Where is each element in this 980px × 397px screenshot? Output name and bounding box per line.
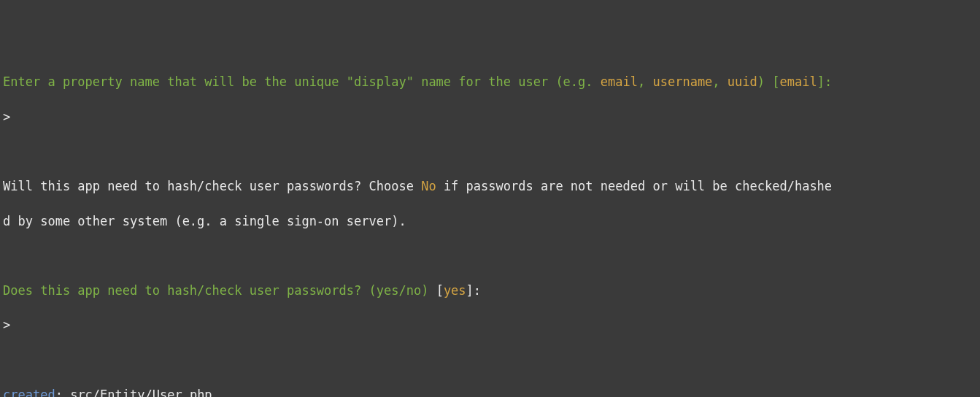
prompt-text: Enter a property name that will be the u… — [3, 74, 601, 89]
file-created-1: created: src/Entity/User.php — [3, 387, 977, 397]
prompt-display-name: Enter a property name that will be the u… — [3, 74, 977, 91]
hash-question-line1: Will this app need to hash/check user pa… — [3, 178, 977, 196]
default-email: email — [780, 74, 817, 89]
prompt-hash-password: Does this app need to hash/check user pa… — [3, 282, 977, 300]
prompt-cursor-2[interactable]: > — [3, 317, 977, 334]
no-word: No — [421, 179, 436, 193]
prompt-cursor-1[interactable]: > — [3, 109, 977, 126]
default-yes: yes — [444, 283, 466, 298]
hash-question-line2: d by some other system (e.g. a single si… — [3, 213, 977, 231]
example-username: username — [652, 74, 712, 89]
example-uuid: uuid — [728, 74, 757, 89]
example-email: email — [601, 74, 638, 89]
